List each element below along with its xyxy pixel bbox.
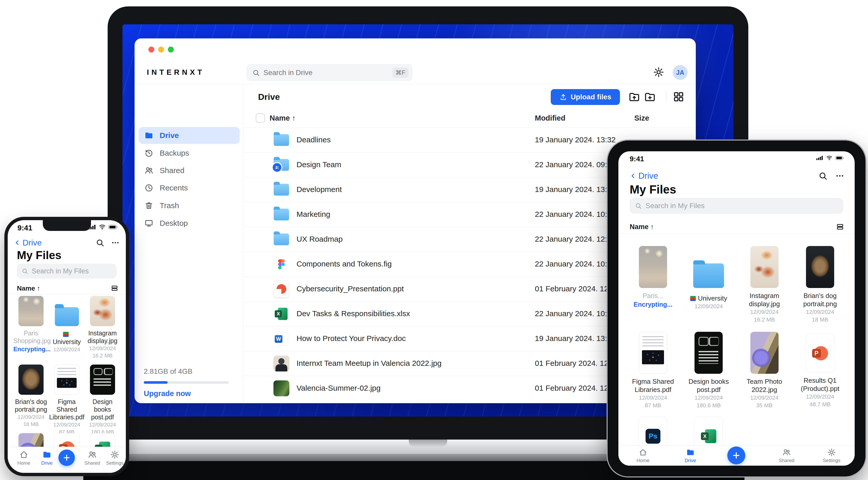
back-button[interactable]: Drive xyxy=(14,238,42,247)
search-placeholder: Search in My Files xyxy=(32,267,89,275)
laptop-lid-notch xyxy=(409,440,447,447)
sidebar-item-label: Recents xyxy=(160,183,188,192)
file-name: Marketing xyxy=(297,210,330,218)
file-date: 12/09/2024 xyxy=(629,394,677,402)
nav-drive[interactable]: Drive xyxy=(38,450,56,466)
file-card[interactable]: Figma Shared Libraries.pdf 12/09/2024 87… xyxy=(49,365,85,435)
search-input[interactable]: Search in My Files xyxy=(630,198,843,214)
sidebar-item-label: Trash xyxy=(160,201,179,210)
status-bar: 9:41 xyxy=(618,155,855,164)
more-icon[interactable] xyxy=(111,238,120,247)
file-name: Deadlines xyxy=(297,135,331,144)
minimize-button[interactable] xyxy=(158,46,164,53)
phone-notch xyxy=(43,220,91,231)
list-view-icon[interactable] xyxy=(111,284,119,292)
nav-settings[interactable]: Settings xyxy=(104,450,125,466)
file-card[interactable]: Brian's dog portrait.png 12/09/2024 18 M… xyxy=(13,365,49,435)
grid-view-icon[interactable] xyxy=(673,91,685,103)
sidebar-item-desktop[interactable]: Desktop xyxy=(138,215,240,232)
nav-shared[interactable]: Shared xyxy=(82,450,102,466)
nav-shared[interactable]: Shared xyxy=(775,448,798,464)
upload-icon xyxy=(559,93,567,101)
file-card[interactable]: Paris... Encrypting... xyxy=(629,246,677,323)
storage-progress-fill xyxy=(144,381,167,384)
file-card[interactable]: Team Photo 2022.jpg 12/09/2024 35 MB xyxy=(740,332,789,409)
search-icon[interactable] xyxy=(818,171,828,180)
upload-folder-icon[interactable] xyxy=(628,91,641,103)
file-date: 12/09/2024 xyxy=(85,345,120,352)
page-title: My Files xyxy=(17,249,62,262)
sidebar-item-backups[interactable]: Backups xyxy=(138,145,240,162)
shared-badge xyxy=(272,162,282,173)
nav-drive[interactable]: Drive xyxy=(680,448,701,464)
history-icon xyxy=(144,148,154,158)
chevron-left-icon xyxy=(630,172,636,180)
new-folder-icon[interactable] xyxy=(644,91,656,103)
file-card[interactable]: Paris Shopping.jpg Encrypting... xyxy=(13,296,49,359)
search-input[interactable]: Search in My Files xyxy=(17,264,117,278)
column-name[interactable]: Name ↑ xyxy=(270,114,296,123)
folder-card[interactable]: University 12/09/2024 xyxy=(49,296,85,359)
nav-home[interactable]: Home xyxy=(633,448,653,464)
select-all-checkbox[interactable] xyxy=(256,113,265,123)
file-card[interactable]: Design books post.pdf 12/09/2024 180.6 M… xyxy=(85,365,120,435)
file-name: Cybersecurity_Presentation.ppt xyxy=(297,284,404,293)
folder-icon xyxy=(273,231,289,247)
tablet-device: 9:41 Drive My Files Search in xyxy=(607,139,866,477)
back-button[interactable]: Drive xyxy=(630,171,658,181)
nav-settings[interactable]: Settings xyxy=(820,448,843,464)
trash-icon xyxy=(144,201,154,210)
file-card[interactable]: Design books post.pdf 12/09/2024 180.6 M… xyxy=(684,332,733,409)
file-card[interactable]: Instagram display.jpg 12/09/2024 16.2 MB xyxy=(85,296,120,359)
file-name: Paris... xyxy=(629,292,677,300)
sidebar-item-label: Shared xyxy=(160,166,185,175)
search-shortcut-badge: ⌘F xyxy=(392,68,408,78)
gear-icon xyxy=(827,448,836,457)
people-icon xyxy=(88,450,97,459)
upgrade-link[interactable]: Upgrade now xyxy=(144,389,191,398)
file-card[interactable]: Instagram display.jpg 12/09/2024 16.2 MB xyxy=(740,246,789,323)
sidebar-item-trash[interactable]: Trash xyxy=(138,197,240,214)
sidebar-item-drive[interactable]: Drive xyxy=(138,127,240,144)
folder-icon xyxy=(42,450,52,459)
file-card[interactable]: Brian's dog portrait.png 12/09/2024 18 M… xyxy=(796,246,844,323)
file-card[interactable]: Figma Shared Libraries.pdf 12/09/2024 87… xyxy=(629,332,677,409)
upload-files-button[interactable]: Upload files xyxy=(551,89,620,105)
image-thumbnail xyxy=(273,380,289,397)
sidebar-item-recents[interactable]: Recents xyxy=(138,179,240,196)
bottom-navbar: Home Drive Shared Settings xyxy=(8,447,126,473)
file-grid-row: Paris... Encrypting... University 12/09/… xyxy=(618,246,855,323)
search-icon[interactable] xyxy=(96,238,104,247)
folder-card[interactable]: University 12/09/2024 xyxy=(684,246,733,323)
sort-button[interactable]: Name ↑ xyxy=(17,284,40,293)
file-size: 180.6 MB xyxy=(684,402,733,409)
add-button[interactable] xyxy=(727,446,745,465)
sort-button[interactable]: Name ↑ xyxy=(630,223,654,231)
image-thumbnail xyxy=(19,365,43,395)
avatar[interactable]: JA xyxy=(673,65,688,80)
column-size[interactable]: Size xyxy=(634,114,649,123)
pdf-thumbnail xyxy=(694,332,723,374)
column-modified[interactable]: Modified xyxy=(535,114,565,123)
gear-icon xyxy=(110,450,119,459)
more-icon[interactable] xyxy=(835,171,844,180)
close-button[interactable] xyxy=(148,46,154,53)
folder-icon xyxy=(55,307,79,326)
home-icon xyxy=(639,448,647,457)
sidebar-item-shared[interactable]: Shared xyxy=(138,162,240,179)
gear-icon[interactable] xyxy=(653,67,664,78)
storage-progressbar xyxy=(144,381,229,384)
storage-usage: 2.81GB of 4GB xyxy=(144,367,192,376)
table-header: Name ↑ Modified Size xyxy=(244,110,696,127)
pdf-thumbnail xyxy=(54,365,80,395)
add-button[interactable] xyxy=(58,449,75,466)
search-input[interactable]: Search in Drive ⌘F xyxy=(247,64,412,81)
list-view-icon[interactable] xyxy=(836,223,844,231)
file-card[interactable]: P Results Q1 (Product).ppt 12/09/2024 48… xyxy=(796,332,844,409)
file-modified: 19 January 2024. 13:34 xyxy=(535,185,616,194)
zoom-button[interactable] xyxy=(168,46,174,53)
file-name: Instagram display.jpg xyxy=(740,292,789,308)
nav-home[interactable]: Home xyxy=(15,450,33,466)
sidebar-item-label: Backups xyxy=(160,149,189,158)
file-modified: 22 January 2024. 09:2 xyxy=(535,160,612,169)
